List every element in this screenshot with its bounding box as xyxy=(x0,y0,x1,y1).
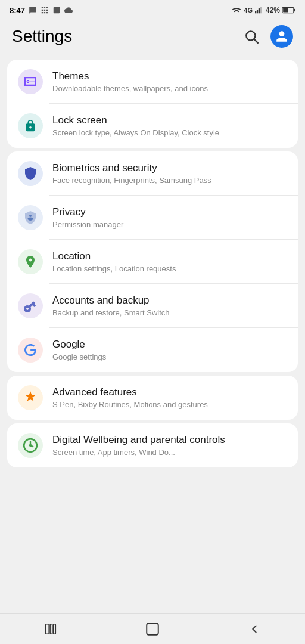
messenger-icon xyxy=(29,6,37,14)
navigation-bar xyxy=(0,613,305,644)
settings-item-privacy[interactable]: Privacy Permission manager xyxy=(7,196,298,240)
svg-rect-2 xyxy=(259,8,260,13)
settings-item-themes[interactable]: Themes Downloadable themes, wallpapers, … xyxy=(7,60,298,104)
svg-rect-13 xyxy=(54,624,56,634)
photo-icon xyxy=(52,6,61,14)
svg-rect-3 xyxy=(260,7,262,14)
advanced-title: Advanced features xyxy=(52,386,287,399)
accounts-subtitle: Backup and restore, Smart Switch xyxy=(52,308,287,318)
settings-item-advanced[interactable]: Advanced features S Pen, Bixby Routines,… xyxy=(7,376,298,420)
location-text: Location Location settings, Location req… xyxy=(52,250,287,274)
search-button[interactable] xyxy=(241,26,262,47)
status-indicators: 4G 42% xyxy=(232,6,295,14)
lockscreen-text: Lock screen Screen lock type, Always On … xyxy=(52,114,287,138)
privacy-subtitle: Permission manager xyxy=(52,220,287,230)
themes-icon-wrapper xyxy=(18,69,43,94)
key-icon xyxy=(23,299,38,313)
location-subtitle: Location settings, Location requests xyxy=(52,264,287,274)
biometrics-subtitle: Face recognition, Fingerprints, Samsung … xyxy=(52,176,287,186)
settings-item-wellbeing[interactable]: Digital Wellbeing and parental controls … xyxy=(7,423,298,467)
privacy-icon-wrapper xyxy=(18,205,43,230)
themes-subtitle: Downloadable themes, wallpapers, and ico… xyxy=(52,84,287,94)
biometrics-text: Biometrics and security Face recognition… xyxy=(52,162,287,186)
settings-item-google[interactable]: Google Google settings xyxy=(7,328,298,372)
profile-button[interactable] xyxy=(270,25,293,48)
home-button[interactable] xyxy=(135,617,170,641)
google-icon-wrapper xyxy=(18,338,43,363)
status-time: 8:47 xyxy=(10,6,73,15)
lockscreen-subtitle: Screen lock type, Always On Display, Clo… xyxy=(52,128,287,138)
svg-line-8 xyxy=(254,39,258,43)
shield-icon xyxy=(23,166,38,181)
back-button[interactable] xyxy=(236,617,272,641)
svg-rect-1 xyxy=(257,10,258,13)
main-content: Themes Downloadable themes, wallpapers, … xyxy=(0,60,305,507)
advanced-text: Advanced features S Pen, Bixby Routines,… xyxy=(52,386,287,410)
person-icon xyxy=(275,30,288,43)
google-subtitle: Google settings xyxy=(52,352,287,363)
location-icon-wrapper xyxy=(18,249,43,274)
card-wellbeing: Digital Wellbeing and parental controls … xyxy=(7,423,298,467)
wellbeing-title: Digital Wellbeing and parental controls xyxy=(52,434,287,447)
header-actions xyxy=(241,25,293,48)
wellbeing-icon xyxy=(23,438,38,453)
accounts-icon-wrapper xyxy=(18,293,43,318)
wellbeing-text: Digital Wellbeing and parental controls … xyxy=(52,434,287,458)
google-icon xyxy=(23,343,38,357)
themes-icon xyxy=(23,75,38,89)
settings-item-location[interactable]: Location Location settings, Location req… xyxy=(7,240,298,284)
status-bar: 8:47 4G 42% xyxy=(0,0,305,19)
svg-rect-5 xyxy=(294,9,295,12)
card-personalization: Themes Downloadable themes, wallpapers, … xyxy=(7,60,298,148)
wellbeing-subtitle: Screen time, App timers, Wind Do... xyxy=(52,448,287,458)
location-title: Location xyxy=(52,250,287,263)
svg-rect-6 xyxy=(283,8,288,12)
biometrics-title: Biometrics and security xyxy=(52,162,287,175)
accounts-title: Accounts and backup xyxy=(52,294,287,307)
battery-icon xyxy=(282,7,295,14)
settings-item-lockscreen[interactable]: Lock screen Screen lock type, Always On … xyxy=(7,104,298,148)
google-title: Google xyxy=(52,338,287,351)
biometrics-icon-wrapper xyxy=(18,161,43,186)
lockscreen-icon-wrapper xyxy=(18,113,43,138)
recent-apps-icon xyxy=(44,623,57,636)
card-security: Biometrics and security Face recognition… xyxy=(7,151,298,372)
cloud-icon xyxy=(64,6,73,14)
wifi-icon xyxy=(232,7,241,14)
svg-rect-12 xyxy=(50,624,52,634)
lock-icon xyxy=(24,119,37,132)
home-icon xyxy=(145,621,160,637)
svg-point-10 xyxy=(29,444,32,447)
settings-item-biometrics[interactable]: Biometrics and security Face recognition… xyxy=(7,151,298,196)
svg-rect-0 xyxy=(255,11,256,14)
svg-rect-11 xyxy=(46,624,49,634)
battery-percent: 42% xyxy=(266,6,280,14)
star-gear-icon xyxy=(23,391,38,405)
shield-person-icon xyxy=(23,210,38,225)
lockscreen-title: Lock screen xyxy=(52,114,287,127)
accounts-text: Accounts and backup Backup and restore, … xyxy=(52,294,287,318)
page-title: Settings xyxy=(12,27,72,46)
grid-icon xyxy=(41,6,49,14)
signal-icon xyxy=(255,7,263,14)
privacy-text: Privacy Permission manager xyxy=(52,206,287,230)
search-icon xyxy=(244,29,259,44)
card-advanced: Advanced features S Pen, Bixby Routines,… xyxy=(7,376,298,420)
back-icon xyxy=(248,623,261,636)
themes-title: Themes xyxy=(52,70,287,83)
settings-item-accounts[interactable]: Accounts and backup Backup and restore, … xyxy=(7,284,298,328)
google-text: Google Google settings xyxy=(52,338,287,363)
advanced-subtitle: S Pen, Bixby Routines, Motions and gestu… xyxy=(52,400,287,410)
wellbeing-icon-wrapper xyxy=(18,433,43,458)
page-header: Settings xyxy=(0,19,305,56)
location-icon xyxy=(23,255,38,269)
time-display: 8:47 xyxy=(10,6,25,15)
recent-apps-button[interactable] xyxy=(33,617,69,641)
svg-rect-14 xyxy=(147,623,158,635)
network-badge: 4G xyxy=(244,7,253,14)
advanced-icon-wrapper xyxy=(18,385,43,410)
themes-text: Themes Downloadable themes, wallpapers, … xyxy=(52,70,287,94)
privacy-title: Privacy xyxy=(52,206,287,219)
